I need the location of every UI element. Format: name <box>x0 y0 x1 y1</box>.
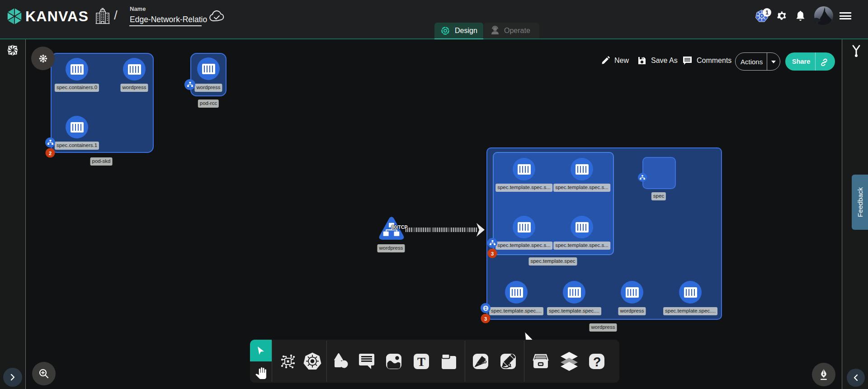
svg-text:?: ? <box>593 355 601 369</box>
svg-text:T: T <box>417 355 425 369</box>
